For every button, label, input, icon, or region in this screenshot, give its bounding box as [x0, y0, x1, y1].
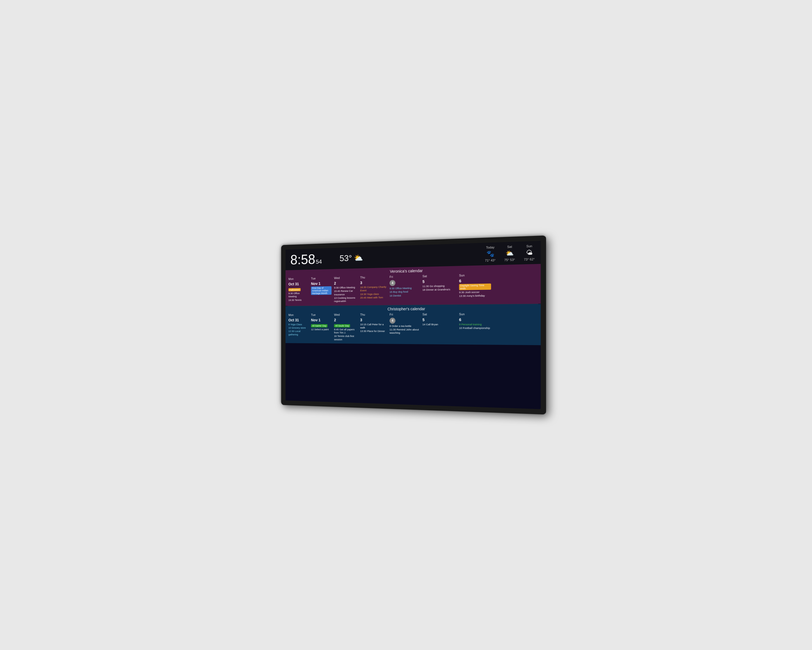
vcal-tue-date: Nov 1 — [311, 281, 331, 286]
forecast-sat-temps: 75° 53° — [504, 258, 515, 262]
ccal-allsouls-event: All Souls' Day — [334, 324, 350, 327]
ccal-col-mon: Mon — [287, 313, 309, 317]
ccal-wed-date: 2 — [334, 318, 357, 322]
ccal-grid: Mon Tue Wed Thu Fri Sat Sun Oct 31 8 Yog… — [285, 311, 540, 345]
veronicas-calendar: Veronica's calendar Mon Tue Wed Thu Fri … — [285, 264, 540, 306]
ccal-col-tue: Tue — [310, 312, 332, 317]
vcal-cell-sat: 5 11:30 Go shopping 18 Dinner at Grandma… — [421, 278, 457, 303]
ccal-thu-event1: 10:15 Call Peter for a walk — [360, 323, 387, 329]
ccal-thu-event2: 13:30 Place for Dinner — [360, 330, 387, 333]
vcal-fri-event3: 16 Dentist — [389, 294, 420, 297]
vcal-cell-mon: Oct 31 Halloween 9:30 Office Meeting 19:… — [287, 281, 309, 304]
ccal-col-fri: Fri — [388, 312, 421, 317]
vcal-fri-event1: 9:30 Office Meeting — [389, 286, 420, 290]
forecast-today-temps: 71° 43° — [485, 258, 495, 262]
forecast-today-label: Today — [486, 245, 495, 249]
forecast-sun-icon: 🌤 — [526, 249, 533, 257]
vcal-thu-date: 3 — [360, 280, 387, 285]
weather-current: 53° ⛅ — [339, 253, 363, 263]
vcal-cell-sun: 6 Daylight Saving Time ends 9:30 Josh so… — [458, 278, 492, 303]
ccal-col-sun: Sun — [458, 312, 492, 316]
vcal-halloween-event: Halloween — [288, 288, 301, 291]
vcal-fri-date: 4 — [389, 280, 420, 286]
ccal-col-thu: Thu — [359, 312, 388, 317]
ccal-fri-date: 4 — [389, 318, 420, 324]
forecast-sun-label: Sun — [526, 245, 532, 248]
weather-icon: ⛅ — [354, 253, 363, 262]
ccal-sat-event1: 14 Call Bryan — [422, 323, 456, 326]
vcal-col-tue: Tue — [310, 276, 332, 281]
ccal-fri-event1: 8 Order a tea kettle — [389, 324, 420, 328]
forecast-sat-icon: ⛅ — [505, 249, 513, 257]
ccal-sun-date: 6 — [459, 317, 491, 322]
vcal-sat-date: 5 — [422, 279, 456, 284]
christophers-calendar: Christopher's calendar Mon Tue Wed Thu F… — [285, 304, 540, 345]
ccal-tue-event2: 12 Select a paint — [311, 328, 331, 331]
ccal-wed-event3: 16 Tennis club first session — [334, 335, 357, 341]
vcal-sat-event1: 11:30 Go shopping — [422, 284, 456, 288]
vcal-col-fri: Fri — [388, 274, 421, 279]
clock-section: 8:58 54 — [290, 252, 322, 266]
vcal-sun-event2: 9:30 Josh soccer — [459, 291, 491, 294]
forecast-sun: Sun 🌤 73° 62° — [524, 244, 535, 261]
forecast-sun-temps: 73° 62° — [524, 257, 535, 261]
vcal-mon-event2: 19:30 Tennis — [288, 298, 308, 302]
ccal-cell-sat: 5 14 Call Bryan — [421, 317, 457, 343]
vcal-mon-date: Oct 31 — [288, 282, 308, 286]
vcal-fri-event2: 15 Buy dog food — [389, 290, 420, 294]
vcal-cell-fri: 4 9:30 Office Meeting 15 Buy dog food 16… — [388, 279, 421, 303]
weather-forecast: Today 🐾 71° 43° Sat ⛅ 75° 53° Sun 🌤 73° … — [485, 244, 535, 262]
tv-frame: 8:58 54 53° ⛅ Today 🐾 71° 43° Sat ⛅ — [281, 236, 546, 414]
vcal-cell-thu: 3 16:30 Company Charity Event 19:30 Yoga… — [359, 280, 388, 303]
ccal-cell-thu: 3 10:15 Call Peter for a walk 13:30 Plac… — [359, 317, 388, 343]
ccal-cell-fri: 4 8 Order a tea kettle 11:30 Remind John… — [388, 317, 421, 343]
forecast-sat-label: Sat — [507, 245, 512, 248]
vcal-wed-date: 2 — [334, 281, 357, 285]
vcal-thu-event1: 16:30 Company Charity Event — [360, 285, 387, 292]
ccal-sun-event1: 9 Personal training — [459, 323, 491, 326]
vcal-wed-event3: 13 Cooking lessons registration — [334, 296, 357, 303]
ccal-thu-date: 3 — [360, 318, 387, 322]
ccal-cell-tue: Nov 1 All Saints' Day 12 Select a paint — [310, 317, 332, 342]
ccal-sun-event2: 10 Football championship — [459, 326, 491, 330]
vcal-thu-event2: 19:30 Yoga class — [360, 292, 387, 296]
tv-screen: 8:58 54 53° ⛅ Today 🐾 71° 43° Sat ⛅ — [285, 241, 540, 409]
vcal-cell-tue: Nov 1 First Day of American Indian Herit… — [310, 281, 332, 304]
vcal-wed-event1: 9:30 Office Meeting — [334, 286, 357, 289]
ccal-mon-date: Oct 31 — [288, 318, 308, 322]
vcal-mon-event1: 9:30 Office Meeting — [288, 292, 308, 298]
ccal-mon-event1: 8 Yoga Class — [288, 323, 308, 326]
ccal-col-sat: Sat — [421, 312, 457, 317]
veronicas-cal-grid: Mon Tue Wed Thu Fri Sat Sun Oct 31 Hallo… — [285, 271, 540, 306]
ccal-fri-event2: 11:30 Remind John about wasching — [389, 328, 420, 335]
forecast-today-icon: 🐾 — [486, 250, 494, 258]
vcal-col-mon: Mon — [287, 277, 309, 281]
ccal-cell-mon: Oct 31 8 Yoga Class 10 Grocery store 12:… — [287, 317, 309, 342]
vcal-sun-event3: 13:30 Anny's birthday — [459, 294, 491, 298]
vcal-heritage-event: First Day of American Indian Heritage Mo… — [311, 286, 331, 295]
vcal-col-wed: Wed — [333, 275, 359, 280]
clock-seconds: 54 — [316, 258, 322, 265]
ccal-cell-wed: 2 All Souls' Day 8:45 Get all papers fro… — [333, 317, 359, 342]
ccal-mon-event2: 10 Grocery store — [288, 326, 308, 330]
vcal-col-thu: Thu — [359, 275, 388, 280]
vcal-col-sun: Sun — [458, 272, 492, 278]
vcal-sun-date: 6 — [459, 278, 491, 283]
vcal-wed-event2: 15:45 Renew Car Insurance — [334, 289, 357, 296]
forecast-today: Today 🐾 71° 43° — [485, 245, 495, 262]
weather-temp: 53° ⛅ — [339, 253, 363, 263]
ccal-col-wed: Wed — [333, 312, 359, 317]
vcal-col-sat: Sat — [421, 273, 457, 278]
ccal-cell-sun: 6 9 Personal training 10 Football champi… — [458, 317, 492, 343]
vcal-daylight-event: Daylight Saving Time ends — [459, 284, 491, 291]
ccal-wed-event2: 8:45 Get all papers from Tim J. — [334, 328, 357, 334]
current-temp: 53° — [339, 253, 352, 263]
ccal-mon-event3: 12:30 Local gathering — [288, 330, 308, 336]
ccal-allsaints-event: All Saints' Day — [311, 324, 327, 327]
clock-hours: 8:58 — [290, 252, 315, 266]
forecast-sat: Sat ⛅ 75° 53° — [504, 245, 515, 262]
vcal-thu-event3: 20:45 Meet with Tom — [360, 296, 387, 300]
ccal-tue-date: Nov 1 — [311, 318, 331, 322]
vcal-cell-wed: 2 9:30 Office Meeting 15:45 Renew Car In… — [333, 280, 359, 304]
vcal-sat-event2: 18 Dinner at Grandma's — [422, 288, 456, 292]
